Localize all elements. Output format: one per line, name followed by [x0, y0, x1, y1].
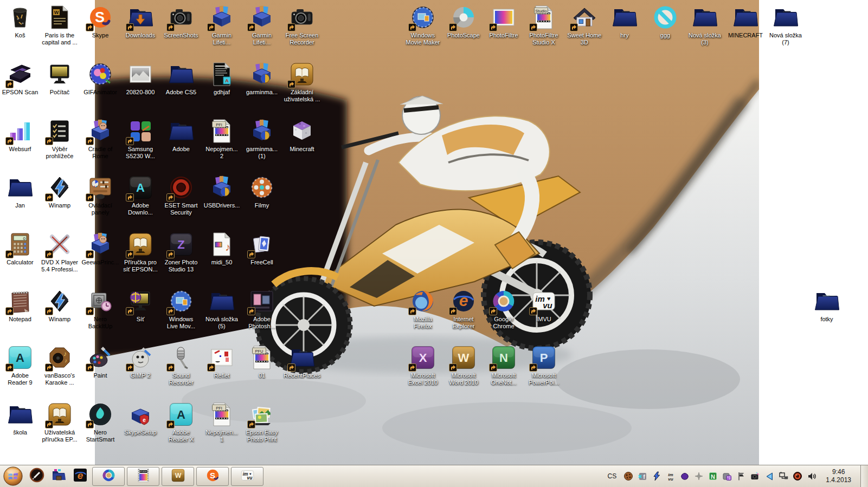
desktop-icon-nova-slozka-7[interactable]: Nová složka (7) [762, 4, 809, 46]
tray-purple-blob-icon[interactable] [680, 471, 690, 481]
clock[interactable]: 9:46 1.4.2013 [821, 468, 856, 484]
control-panel-icon [87, 174, 113, 200]
shortcut-arrow-icon [408, 363, 416, 372]
start-button[interactable] [0, 465, 26, 487]
tray-onenote-icon[interactable]: N [708, 471, 718, 481]
tray-sparkle-icon[interactable] [694, 471, 704, 481]
gdhjaf-file-icon: A [209, 61, 235, 87]
shortcut-arrow-icon [45, 307, 53, 315]
desktop-icon-adobe-photoshop[interactable]: Adobe Photosh... [239, 288, 285, 330]
desktop-icon-filmy[interactable]: Filmy [239, 174, 285, 209]
tray-network-icon[interactable] [779, 471, 788, 481]
desktop-icon-vanbasco-karaoke[interactable]: ♪♪vanBasco's Karaoke ... [36, 345, 83, 386]
svg-text:♥: ♥ [249, 471, 251, 475]
tray-eset-icon[interactable] [793, 471, 802, 481]
taskbar-pinned-windows-explorer[interactable] [48, 465, 69, 487]
tray-snipping-icon[interactable] [750, 471, 760, 481]
photofiltre-icon [491, 4, 517, 30]
icon-label: IMVU [520, 316, 567, 323]
recent-places-icon [289, 345, 315, 371]
desktop-icon-photo-20820-800[interactable]: 20820-800 [117, 61, 164, 96]
tray-winamp-bolt-icon[interactable] [652, 471, 661, 481]
desktop-icon-windows-live-movie-maker[interactable]: Windows Live Mov... [158, 288, 204, 330]
desktop-icon-recent-places[interactable]: RecentPlaces [279, 345, 325, 379]
desktop-icon-network-places[interactable]: Síť [117, 288, 164, 323]
desktop-icon-imvu[interactable]: imvu♥IMVU [520, 288, 567, 323]
tray-action-center-flag-icon[interactable] [736, 471, 746, 481]
desktop-icon-freecell[interactable]: FreeCell [239, 231, 285, 266]
taskbar: e STUDIOWSimvu♥ CS fimvuN 9:46 1.4.2013 [0, 465, 868, 487]
desktop-icon-microsoft-powerpoint-2010[interactable]: PMicrosoft PowerPoi... [520, 345, 567, 386]
desktop-icon-computer[interactable]: Počítač [36, 61, 83, 96]
taskbar-button-google-chrome[interactable] [92, 467, 125, 486]
desktop-icon-zoner-photo-studio-13[interactable]: ZZoner Photo Studio 13 [158, 231, 204, 273]
desktop[interactable]: KošWParis is the capital and ...SSkypeDo… [0, 0, 868, 487]
filmy-icon [249, 174, 275, 200]
icon-label: ESET Smart Security [158, 202, 204, 216]
zoner-photo-studio-13-icon: Z [168, 231, 194, 257]
photofiltre-studio-icon: STUDIO [136, 468, 151, 485]
desktop-icon-skype-setup[interactable]: eSkypeSetup [117, 401, 164, 436]
taskbar-button-imvu[interactable]: imvu♥ [231, 467, 263, 486]
desktop-icon-fotky-folder[interactable]: fotky [803, 288, 850, 323]
tray-dice-icon[interactable] [722, 471, 732, 481]
svg-text:A: A [16, 351, 24, 365]
desktop-icon-zakladni-prirucka[interactable]: Základní uživatelská ... [279, 61, 325, 103]
desktop-icon-sound-recorder[interactable]: Sound Recorder [158, 345, 204, 386]
desktop-icon-adobe-download[interactable]: AAdobe Downlo... [117, 174, 164, 216]
desktop-icon-browser-choice[interactable]: Výběr prohlížeče [36, 118, 83, 160]
desktop-icon-minecraft[interactable]: Minecraft [279, 118, 325, 153]
shortcut-arrow-icon [126, 363, 134, 372]
desktop-icon-adobe-reader-x[interactable]: AAdobe Reader X [158, 401, 204, 443]
clock-time: 9:46 [826, 468, 851, 476]
svg-text:N: N [711, 473, 715, 480]
taskbar-button-microsoft-word[interactable]: W [162, 467, 194, 486]
desktop-icon-screenshots[interactable]: ScreenShots [158, 4, 204, 39]
desktop-icon-paris-document[interactable]: WParis is the capital and ... [36, 4, 83, 46]
desktop-icon-winamp[interactable]: Winamp [36, 174, 83, 209]
desktop-icon-hry-folder[interactable]: hry [601, 4, 648, 39]
desktop-icon-uzivatelska-prirucka[interactable]: Uživatelská příručka EP... [36, 401, 83, 443]
desktop-icon-samsung-s5230[interactable]: Samsung S5230 W... [117, 118, 164, 160]
taskbar-pinned-internet-explorer[interactable]: e [69, 465, 91, 487]
desktop-icon-adobe-cs5-folder[interactable]: Adobe CS5 [158, 61, 204, 96]
desktop-icon-downloads-folder[interactable]: Downloads [117, 4, 164, 39]
icon-label: 20820-800 [117, 89, 164, 96]
icon-label: Microsoft Excel 2010 [400, 372, 446, 386]
shortcut-arrow-icon [166, 193, 175, 202]
taskbar-button-skype[interactable]: S [196, 467, 229, 486]
desktop-icon-dvd-x-player[interactable]: DVD X Player 5.4 Professi... [36, 231, 83, 273]
desktop-icon-winamp-2[interactable]: Winamp [36, 288, 83, 323]
desktop-icon-gimp-2[interactable]: GIMP 2 [117, 345, 164, 379]
system-tray: CS fimvuN 9:46 1.4.2013 [605, 465, 868, 487]
nova-slozka-3-icon [692, 4, 718, 30]
desktop-icon-nova-slozka-3[interactable]: Nová složka (3) [681, 4, 728, 46]
icon-label: Výběr prohlížeče [36, 146, 83, 160]
desktop-icon-adobe-folder[interactable]: Adobe [158, 118, 204, 153]
desktop-icon-mozilla-firefox[interactable]: Mozilla Firefox [400, 288, 446, 330]
tray-imvu-tray-icon[interactable]: imvu [666, 471, 676, 481]
desktop-icon-epson-easy-photo-print[interactable]: Epson Easy Photo Print [239, 401, 285, 443]
desktop-icon-prirucka-epson[interactable]: Příručka pro síť EPSON... [117, 231, 164, 273]
tray-cookie-icon[interactable] [623, 471, 633, 481]
language-indicator[interactable]: CS [605, 472, 620, 480]
desktop-icon-eset-smart-security[interactable]: ESET Smart Security [158, 174, 204, 216]
shortcut-arrow-icon [247, 23, 255, 31]
tray-f-badge-icon[interactable]: f [638, 471, 647, 481]
svg-text:♥: ♥ [547, 295, 551, 302]
tray-blue-cone-icon[interactable] [764, 471, 774, 481]
microsoft-onenote-2010-icon: N [491, 345, 517, 371]
desktop-icon-free-screen-recorder[interactable]: Free Screen Recorder [279, 4, 325, 46]
tray-volume-icon[interactable] [807, 471, 816, 481]
icon-label: Filmy [239, 202, 285, 209]
desktop-icon-photofiltre-studio-x[interactable]: StudioPhotoFiltre Studio X [520, 4, 567, 46]
desktop-icon-windows-movie-maker[interactable]: Windows Movie Maker [400, 4, 446, 46]
desktop-icon-microsoft-excel-2010[interactable]: XMicrosoft Excel 2010 [400, 345, 446, 386]
taskbar-button-photofiltre-studio[interactable]: STUDIO [127, 467, 159, 486]
microsoft-excel-2010-icon: X [410, 345, 436, 371]
show-desktop-button[interactable] [860, 465, 868, 487]
shortcut-arrow-icon [86, 363, 94, 372]
epson-easy-photo-print-icon [249, 401, 275, 427]
winamp-icon [47, 174, 73, 200]
taskbar-pinned-media-app[interactable] [26, 465, 48, 487]
